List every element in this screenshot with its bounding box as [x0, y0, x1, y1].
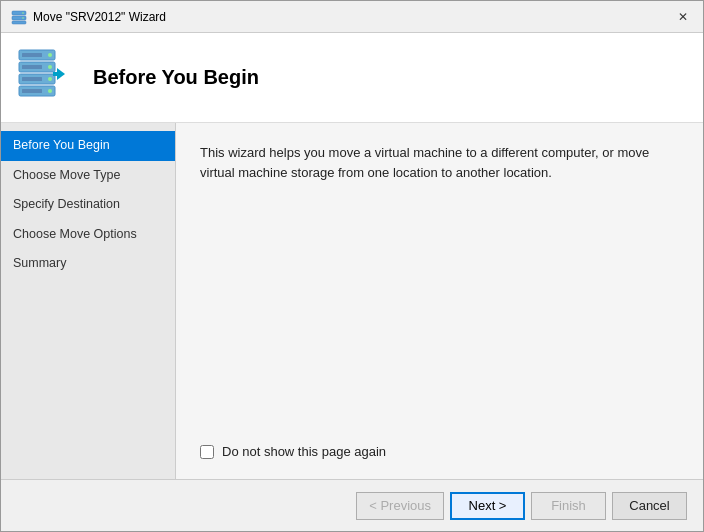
svg-rect-14	[22, 65, 42, 69]
window-icon	[11, 9, 27, 25]
checkbox-label[interactable]: Do not show this page again	[222, 444, 386, 459]
svg-rect-15	[22, 77, 42, 81]
title-bar-left: Move "SRV2012" Wizard	[11, 9, 166, 25]
svg-point-3	[22, 12, 24, 14]
wizard-footer: < Previous Next > Finish Cancel	[1, 479, 703, 531]
nav-item-choose-move-options[interactable]: Choose Move Options	[1, 220, 175, 250]
window-title: Move "SRV2012" Wizard	[33, 10, 166, 24]
close-button[interactable]: ✕	[673, 7, 693, 27]
page-title: Before You Begin	[93, 66, 259, 89]
svg-point-11	[48, 77, 52, 81]
wizard-window: Move "SRV2012" Wizard ✕	[0, 0, 704, 532]
svg-rect-1	[12, 16, 26, 20]
svg-rect-0	[12, 11, 26, 15]
server-icon	[17, 48, 65, 100]
wizard-body: Before You Begin Choose Move Type Specif…	[1, 123, 703, 479]
wizard-nav: Before You Begin Choose Move Type Specif…	[1, 123, 176, 479]
wizard-header: Before You Begin	[1, 33, 703, 123]
title-bar: Move "SRV2012" Wizard ✕	[1, 1, 703, 33]
nav-item-specify-destination[interactable]: Specify Destination	[1, 190, 175, 220]
nav-item-summary[interactable]: Summary	[1, 249, 175, 279]
finish-button[interactable]: Finish	[531, 492, 606, 520]
svg-rect-2	[12, 21, 26, 24]
svg-point-9	[48, 53, 52, 57]
prev-button[interactable]: < Previous	[356, 492, 444, 520]
cancel-button[interactable]: Cancel	[612, 492, 687, 520]
svg-rect-16	[22, 89, 42, 93]
svg-rect-18	[53, 72, 61, 76]
nav-item-before-you-begin[interactable]: Before You Begin	[1, 131, 175, 161]
next-button[interactable]: Next >	[450, 492, 525, 520]
checkbox-area: Do not show this page again	[200, 432, 679, 459]
wizard-content: This wizard helps you move a virtual mac…	[176, 123, 703, 479]
header-icon-area	[17, 48, 77, 108]
svg-rect-13	[22, 53, 42, 57]
svg-point-4	[22, 17, 24, 19]
content-description: This wizard helps you move a virtual mac…	[200, 143, 679, 182]
svg-point-12	[48, 89, 52, 93]
svg-point-10	[48, 65, 52, 69]
nav-item-choose-move-type[interactable]: Choose Move Type	[1, 161, 175, 191]
do-not-show-checkbox[interactable]	[200, 445, 214, 459]
